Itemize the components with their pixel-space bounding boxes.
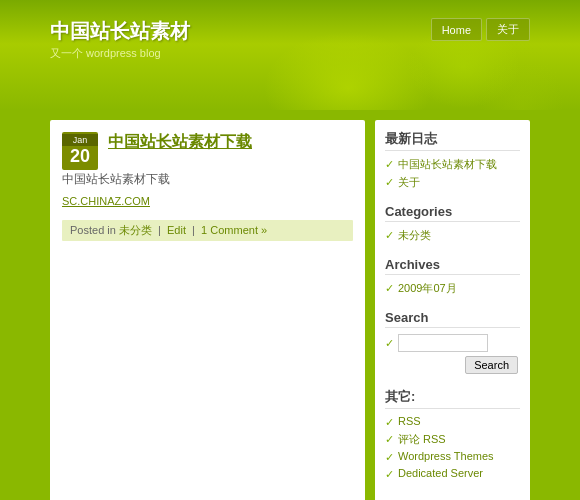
recent-link-0[interactable]: 中国站长站素材下载 [398, 157, 497, 172]
other-link-3[interactable]: Dedicated Server [398, 467, 483, 479]
sidebar-search: Search ✓ Search [385, 310, 520, 374]
post-body-text: 中国站长站素材下载 [62, 172, 170, 186]
other-link-1[interactable]: 评论 RSS [398, 432, 446, 447]
sidebar-search-heading: Search [385, 310, 520, 328]
post-category-link[interactable]: 未分类 [119, 224, 152, 236]
sidebar-categories-heading: Categories [385, 204, 520, 222]
nav-about[interactable]: 关于 [486, 18, 530, 41]
site-header: 中国站长站素材 又一个 wordpress blog Home 关于 [0, 0, 580, 110]
post-date-box: Jan 20 [62, 132, 98, 170]
main-wrapper: Jan 20 中国站长站素材下载 中国站长站素材下载 SC.CHINAZ.COM… [0, 110, 580, 500]
post-date-day: 20 [62, 146, 98, 168]
check-icon-other-3: ✓ [385, 468, 394, 481]
main-nav: Home 关于 [431, 18, 530, 41]
post-meta: Posted in 未分类 | Edit | 1 Comment » [62, 220, 353, 241]
sidebar-archives: Archives ✓ 2009年07月 [385, 257, 520, 296]
sidebar-other-item-1: ✓ 评论 RSS [385, 432, 520, 447]
check-icon-0: ✓ [385, 158, 394, 171]
sidebar-recent-heading: 最新日志 [385, 130, 520, 151]
sidebar-categories: Categories ✓ 未分类 [385, 204, 520, 243]
post-date-month: Jan [62, 134, 98, 146]
sidebar-other-item-2: ✓ Wordpress Themes [385, 450, 520, 464]
check-icon-other-1: ✓ [385, 433, 394, 446]
search-box: ✓ Search [385, 334, 520, 374]
check-icon-search: ✓ [385, 337, 394, 350]
check-icon-other-2: ✓ [385, 451, 394, 464]
post-link[interactable]: SC.CHINAZ.COM [62, 193, 353, 211]
category-link-0[interactable]: 未分类 [398, 228, 431, 243]
check-icon-arch-0: ✓ [385, 282, 394, 295]
post-body: 中国站长站素材下载 SC.CHINAZ.COM [62, 170, 353, 211]
search-button[interactable]: Search [465, 356, 518, 374]
check-icon-other-0: ✓ [385, 416, 394, 429]
nav-home[interactable]: Home [431, 18, 482, 41]
site-subtitle: 又一个 wordpress blog [50, 46, 161, 61]
sidebar-recent-item-1: ✓ 关于 [385, 175, 520, 190]
post-comments-link[interactable]: 1 Comment » [201, 224, 267, 236]
sidebar-archive-item-0: ✓ 2009年07月 [385, 281, 520, 296]
archive-link-0[interactable]: 2009年07月 [398, 281, 457, 296]
check-icon-cat-0: ✓ [385, 229, 394, 242]
check-icon-1: ✓ [385, 176, 394, 189]
sidebar-category-item-0: ✓ 未分类 [385, 228, 520, 243]
post: Jan 20 中国站长站素材下载 中国站长站素材下载 SC.CHINAZ.COM… [62, 132, 353, 241]
search-row: ✓ [385, 334, 520, 352]
post-edit-link[interactable]: Edit [167, 224, 186, 236]
other-link-2[interactable]: Wordpress Themes [398, 450, 494, 462]
sidebar-other-item-3: ✓ Dedicated Server [385, 467, 520, 481]
sidebar-recent: 最新日志 ✓ 中国站长站素材下载 ✓ 关于 [385, 130, 520, 190]
recent-link-1[interactable]: 关于 [398, 175, 420, 190]
site-title: 中国站长站素材 [50, 18, 190, 45]
post-title[interactable]: 中国站长站素材下载 [108, 132, 353, 153]
sidebar-recent-item-0: ✓ 中国站长站素材下载 [385, 157, 520, 172]
post-meta-prefix: Posted in [70, 224, 116, 236]
sidebar-other-heading: 其它: [385, 388, 520, 409]
other-link-0[interactable]: RSS [398, 415, 421, 427]
search-input[interactable] [398, 334, 488, 352]
sidebar-other: 其它: ✓ RSS ✓ 评论 RSS ✓ Wordpress Themes ✓ … [385, 388, 520, 481]
sidebar-archives-heading: Archives [385, 257, 520, 275]
content-area: Jan 20 中国站长站素材下载 中国站长站素材下载 SC.CHINAZ.COM… [50, 120, 365, 500]
sidebar: 最新日志 ✓ 中国站长站素材下载 ✓ 关于 Categories ✓ 未分类 A… [375, 120, 530, 500]
sidebar-other-item-0: ✓ RSS [385, 415, 520, 429]
